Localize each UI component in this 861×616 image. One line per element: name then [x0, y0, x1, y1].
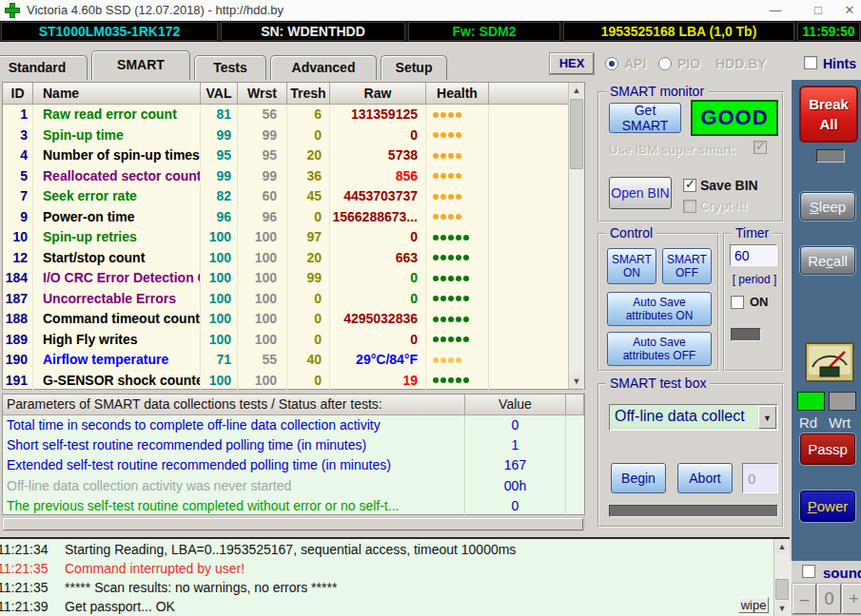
health-dot-icon — [448, 276, 454, 281]
smart-table-row[interactable]: 7Seek error rate8260454453703737 — [3, 186, 584, 207]
maximize-button[interactable]: □ — [804, 1, 832, 20]
log-text: Starting Reading, LBA=0..1953525167, seq… — [65, 542, 516, 557]
smart-table-row[interactable]: 12Start/stop count10010020663 — [3, 248, 584, 269]
smart-table-row[interactable]: 9Power-on time969601566288673... — [3, 207, 584, 228]
open-bin-button[interactable]: Open BIN — [609, 177, 672, 209]
column-header-val: VAL — [201, 83, 238, 105]
health-dot-icon — [448, 214, 454, 220]
smart-off-button[interactable]: SMART OFF — [662, 248, 712, 284]
smart-table-row[interactable]: 184I/O CRC Error Detection C...100100990 — [3, 268, 584, 289]
param-text: Extended self-test routine recommended p… — [3, 455, 465, 475]
recall-button[interactable]: Recall — [800, 246, 855, 275]
abort-button[interactable]: Abort — [677, 463, 733, 493]
smart-table-row[interactable]: 1Raw read error count81566131359125 — [3, 105, 584, 125]
timer-on-label: ON — [750, 295, 769, 309]
params-table-row[interactable]: Short self-test routine recommended poll… — [3, 435, 584, 455]
tab-smart[interactable]: SMART — [91, 50, 190, 80]
scroll-down-icon[interactable]: ▼ — [569, 374, 584, 389]
smart-table-body: 1Raw read error count815661313591253Spin… — [3, 105, 584, 391]
log-scrollbar[interactable]: ▲ ▼ — [773, 539, 790, 616]
hex-button[interactable]: HEX — [550, 53, 594, 74]
tab-advanced[interactable]: Advanced — [270, 55, 377, 80]
params-table-row[interactable]: Extended self-test routine recommended p… — [3, 455, 584, 475]
smart-table-row[interactable]: 10Spin-up retries100100970 — [3, 227, 584, 248]
health-dot-icon — [456, 112, 461, 118]
scroll-up-icon[interactable]: ▲ — [569, 83, 584, 98]
health-dot-icon — [448, 357, 454, 363]
scroll-thumb[interactable] — [3, 518, 583, 530]
button-label-char: S — [810, 199, 819, 215]
tab-tests[interactable]: Tests — [194, 55, 266, 80]
break-all-button[interactable]: Break All — [799, 86, 858, 143]
attr-raw: 4453703737 — [330, 186, 426, 207]
params-table-row[interactable]: Off-line data collection activity was ne… — [3, 476, 584, 496]
minimize-button[interactable]: — — [761, 1, 790, 20]
get-smart-button[interactable]: Get SMART — [609, 103, 681, 133]
tab-setup[interactable]: Setup — [381, 55, 447, 80]
health-dot-icon — [448, 194, 454, 200]
params-table-row[interactable]: Total time in seconds to complete off-li… — [3, 415, 584, 435]
smart-table-row[interactable]: 187Uncorrectable Errors10010000 — [3, 289, 584, 310]
smart-table-row[interactable]: 4Number of spin-up times9595205738 — [3, 145, 584, 166]
clock: 11:59:50 — [797, 22, 860, 41]
smart-on-button[interactable]: SMART ON — [607, 248, 656, 284]
test-counter-field[interactable]: 0 — [742, 463, 778, 493]
autosave-attributes-off-button[interactable]: Auto Save attributes OFF — [607, 332, 712, 366]
column-header-id: ID — [3, 83, 33, 105]
button-label-char: p — [838, 199, 846, 215]
volume-value[interactable]: 0 — [817, 584, 841, 614]
health-dot-icon — [448, 173, 454, 179]
health-dot-icon — [456, 337, 461, 342]
smart-table-row[interactable]: 189High Fly writes10010000 — [3, 330, 584, 351]
attr-raw: 131359125 — [330, 105, 426, 125]
timer-on-checkbox[interactable] — [731, 296, 744, 309]
tab-standard[interactable]: Standard — [0, 55, 88, 80]
column-header-raw: Raw — [330, 83, 426, 105]
attr-id: 10 — [3, 227, 33, 248]
attr-health-dots — [426, 125, 489, 146]
attr-health-dots — [426, 166, 489, 187]
button-label-char: e — [822, 199, 830, 215]
group-title: SMART monitor — [606, 84, 708, 99]
param-filler — [566, 435, 584, 455]
smart-table-row[interactable]: 188Command timeout count1001000429503283… — [3, 309, 584, 330]
wipe-log-button[interactable]: wipe — [738, 597, 769, 613]
smart-table-row[interactable]: 191G-SENSOR shock counter100100019 — [3, 371, 584, 392]
autosave-attributes-on-button[interactable]: Auto Save attributes ON — [607, 292, 712, 326]
power-button[interactable]: Power — [800, 491, 855, 522]
test-type-dropdown[interactable]: Off-line data collect ▼ — [609, 404, 778, 431]
save-bin-checkbox[interactable] — [683, 179, 696, 192]
smart-test-params-table: Parameters of SMART data collections tes… — [2, 394, 585, 515]
volume-plus-button[interactable]: + — [842, 584, 861, 614]
column-header-wrst: Wrst — [238, 83, 287, 105]
params-table-row[interactable]: The previous self-test routine completed… — [3, 496, 584, 516]
begin-button[interactable]: Begin — [611, 463, 666, 493]
attr-val: 95 — [201, 145, 238, 166]
attr-id: 191 — [3, 371, 33, 392]
sound-checkbox[interactable] — [802, 565, 815, 578]
timer-period-input[interactable]: 60 — [730, 244, 777, 266]
scroll-thumb[interactable] — [570, 99, 583, 169]
attr-wrst: 100 — [238, 289, 287, 310]
hints-checkbox[interactable] — [804, 56, 817, 69]
scroll-up-icon[interactable]: ▲ — [774, 539, 790, 554]
sleep-button[interactable]: Sleep — [800, 192, 855, 221]
attr-id: 12 — [3, 248, 33, 269]
passport-button[interactable]: Passp — [800, 433, 855, 465]
attr-id: 9 — [3, 207, 33, 228]
smart-table-row[interactable]: 190Airflow temperature71554029°C/84°F — [3, 350, 584, 371]
smart-table-scrollbar[interactable]: ▲ ▼ — [568, 83, 584, 389]
drive-info-bar: ST1000LM035-1RK172 SN: WDENTHDD Fw: SDM2… — [0, 21, 861, 42]
smart-attributes-table: ID Name VAL Wrst Tresh Raw Health 1Raw r… — [2, 82, 585, 390]
attr-wrst: 60 — [238, 186, 287, 207]
scroll-thumb[interactable] — [775, 579, 789, 600]
smart-table-row[interactable]: 5Reallocated sector count999936856 — [3, 166, 584, 187]
param-text: Off-line data collection activity was ne… — [3, 476, 465, 496]
sound-panel: sound – 0 + — [790, 561, 861, 616]
volume-minus-button[interactable]: – — [793, 584, 816, 614]
smart-table-row[interactable]: 3Spin-up time999900 — [3, 125, 584, 146]
scroll-down-icon[interactable]: ▼ — [774, 601, 790, 616]
close-button[interactable]: ✕ — [835, 1, 861, 20]
dropdown-arrow-icon[interactable]: ▼ — [758, 406, 776, 429]
params-horizontal-scrollbar[interactable] — [2, 517, 585, 531]
